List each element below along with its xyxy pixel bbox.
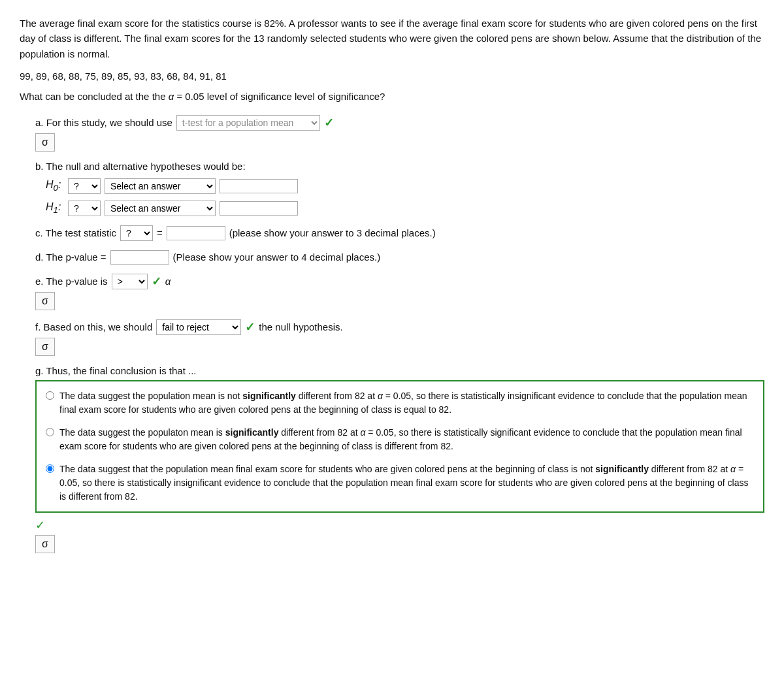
- conclusion-radio-1[interactable]: [46, 391, 54, 400]
- conclusion-option-2: The data suggest the populaton mean is s…: [46, 426, 754, 453]
- part-a-check: ✓: [324, 116, 334, 130]
- part-a-sigma-button[interactable]: σ: [35, 133, 55, 152]
- part-g-label: g. Thus, the final conclusion is that ..…: [35, 365, 764, 376]
- part-d-label: d. The p-value =: [35, 251, 106, 263]
- problem-intro: The average final exam score for the sta…: [20, 16, 764, 61]
- h0-value-input[interactable]: [220, 179, 298, 193]
- part-f-rest: the null hypothesis.: [259, 321, 342, 332]
- part-e-sigma-button[interactable]: σ: [35, 292, 55, 310]
- part-e-label: e. The p-value is: [35, 276, 108, 287]
- h0-label: H0:: [46, 179, 64, 193]
- data-values: 99, 89, 68, 88, 75, 89, 85, 93, 83, 68, …: [20, 71, 764, 82]
- study-type-select[interactable]: t-test for a population mean z-test for …: [176, 115, 320, 131]
- h0-operator-select[interactable]: ? = ≠ < >: [68, 178, 101, 194]
- conclusion-option-1: The data suggest the population mean is …: [46, 389, 754, 417]
- pvalue-comparison-select[interactable]: > < =: [112, 274, 148, 289]
- h1-value-input[interactable]: [220, 201, 298, 216]
- h1-answer-select[interactable]: Select an answer μ = 82 μ ≠ 82 μ < 82 μ …: [105, 201, 216, 216]
- part-e-alpha: α: [165, 276, 171, 287]
- part-e-check: ✓: [152, 274, 161, 289]
- part-c-eq: =: [157, 227, 163, 238]
- part-c-label: c. The test statistic: [35, 227, 116, 238]
- test-statistic-input[interactable]: [167, 226, 225, 240]
- conclusion-text-3: The data suggest that the population mea…: [59, 462, 754, 504]
- part-d-hint: (Please show your answer to 4 decimal pl…: [173, 251, 381, 263]
- part-c-hint: (please show your answer to 3 decimal pl…: [229, 227, 436, 238]
- reject-select[interactable]: fail to reject reject: [156, 319, 241, 335]
- part-g-sigma-button[interactable]: σ: [35, 535, 55, 553]
- conclusion-text-1: The data suggest the population mean is …: [59, 389, 754, 417]
- h0-answer-select[interactable]: Select an answer μ = 82 μ ≠ 82 μ < 82 μ …: [105, 178, 216, 194]
- part-a-label: a. For this study, we should use: [35, 117, 172, 128]
- test-statistic-operator-select[interactable]: ? t z: [120, 225, 153, 241]
- part-b-label: b. The null and alternative hypotheses w…: [35, 161, 764, 172]
- part-f-sigma-button[interactable]: σ: [35, 338, 55, 356]
- h1-operator-select[interactable]: ? = ≠ < >: [68, 201, 101, 216]
- question-text: What can be concluded at the the α = 0.0…: [20, 91, 764, 102]
- conclusion-radio-2[interactable]: [46, 428, 54, 436]
- part-g-check: ✓: [35, 518, 764, 532]
- conclusion-text-2: The data suggest the populaton mean is s…: [59, 426, 754, 453]
- part-f-label: f. Based on this, we should: [35, 321, 152, 332]
- pvalue-input[interactable]: [110, 250, 169, 265]
- conclusion-option-3: The data suggest that the population mea…: [46, 462, 754, 504]
- conclusion-box: The data suggest the population mean is …: [35, 380, 764, 513]
- part-f-check: ✓: [245, 320, 255, 334]
- conclusion-radio-3[interactable]: [46, 464, 54, 473]
- h1-label: H1:: [46, 201, 64, 215]
